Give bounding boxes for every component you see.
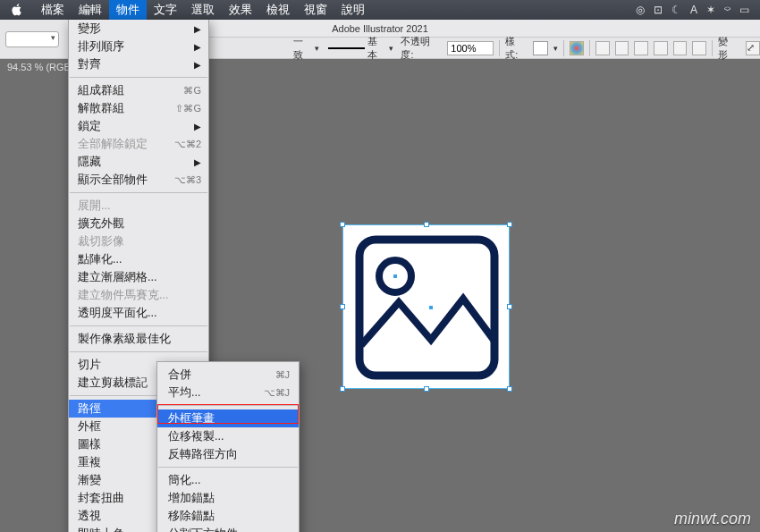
line-icon: ◎	[636, 4, 645, 16]
align-right-button[interactable]	[634, 41, 648, 55]
menuitem-解散群組[interactable]: 解散群組⇧⌘G	[69, 99, 208, 117]
menuitem-全部解除鎖定: 全部解除鎖定⌥⌘2	[69, 135, 208, 153]
menu-說明[interactable]: 說明	[334, 0, 372, 20]
align-center-button[interactable]	[615, 41, 629, 55]
wifi-icon: ⌔	[724, 4, 730, 16]
menuitem-裁切影像: 裁切影像	[69, 232, 208, 250]
submenuitem-合併[interactable]: 合併⌘J	[157, 366, 299, 384]
opacity-label: 不透明度:	[401, 35, 442, 62]
menuitem-組成群組[interactable]: 組成群組⌘G	[69, 81, 208, 99]
recolor-button[interactable]	[570, 41, 584, 55]
svg-rect-3	[429, 306, 433, 309]
bluetooth-icon: ✶	[706, 4, 715, 16]
system-status-icons: ◎⊡☾A✶⌔▭	[636, 4, 749, 16]
menuitem-顯示全部物件[interactable]: 顯示全部物件⌥⌘3	[69, 171, 208, 189]
menuitem-建立物件馬賽克...: 建立物件馬賽克...	[69, 286, 208, 304]
artboard[interactable]	[342, 224, 510, 389]
menuitem-隱藏[interactable]: 隱藏▶	[69, 153, 208, 171]
battery-icon: ▭	[739, 4, 749, 16]
align-top-button[interactable]	[654, 41, 668, 55]
watermark: minwt.com	[674, 510, 751, 528]
menu-檔案[interactable]: 檔案	[34, 0, 72, 20]
control-bar-left	[0, 20, 79, 59]
app-title: Adobe Illustrator 2021	[332, 23, 428, 34]
submenuitem-外框筆畫[interactable]: 外框筆畫	[157, 410, 299, 427]
submenuitem-位移複製...[interactable]: 位移複製...	[157, 427, 299, 445]
align-bottom-button[interactable]	[692, 41, 706, 55]
system-menubar: 檔案編輯物件文字選取效果檢視視窗說明 ◎⊡☾A✶⌔▭	[0, 0, 760, 20]
menuitem-製作像素級最佳化[interactable]: 製作像素級最佳化	[69, 330, 208, 348]
menuitem-鎖定[interactable]: 鎖定▶	[69, 117, 208, 135]
apple-logo-icon	[11, 4, 23, 16]
menuitem-變形[interactable]: 變形▶	[69, 20, 208, 38]
input-icon: A	[690, 4, 697, 16]
menu-檢視[interactable]: 檢視	[259, 0, 297, 20]
menu-選取[interactable]: 選取	[184, 0, 222, 20]
style-label: 樣式:	[505, 35, 527, 62]
screen-icon: ⊡	[654, 4, 663, 16]
align-middle-button[interactable]	[673, 41, 688, 55]
menu-物件[interactable]: 物件	[109, 0, 147, 20]
menuitem-建立漸層網格...[interactable]: 建立漸層網格...	[69, 268, 208, 286]
submenuitem-移除錨點[interactable]: 移除錨點	[157, 507, 299, 525]
selection-dropdown[interactable]	[5, 31, 59, 47]
path-submenu: 合併⌘J平均...⌥⌘J外框筆畫位移複製...反轉路徑方向簡化...增加錨點移除…	[156, 361, 300, 532]
stroke-style-label: 基本	[367, 35, 386, 62]
svg-rect-2	[393, 274, 397, 278]
menuitem-排列順序[interactable]: 排列順序▶	[69, 38, 208, 55]
menuitem-對齊[interactable]: 對齊▶	[69, 55, 208, 73]
align-left-button[interactable]	[595, 41, 610, 55]
transform-label: 變形	[718, 35, 737, 62]
uniform-label: 一致	[293, 35, 312, 62]
menuitem-透明度平面化...[interactable]: 透明度平面化...	[69, 304, 208, 322]
app-menu-items[interactable]: 檔案編輯物件文字選取效果檢視視窗說明	[34, 0, 372, 20]
menuitem-點陣化...[interactable]: 點陣化...	[69, 250, 208, 268]
submenuitem-分割下方物件[interactable]: 分割下方物件	[157, 525, 299, 532]
stroke-line-icon	[328, 47, 365, 49]
submenuitem-平均...[interactable]: 平均...⌥⌘J	[157, 384, 299, 401]
menu-視窗[interactable]: 視窗	[297, 0, 334, 20]
submenuitem-增加錨點[interactable]: 增加錨點	[157, 489, 299, 507]
opacity-input[interactable]	[447, 41, 494, 55]
menu-編輯[interactable]: 編輯	[72, 0, 109, 20]
moon-icon: ☾	[671, 4, 681, 16]
submenuitem-反轉路徑方向[interactable]: 反轉路徑方向	[157, 445, 299, 463]
menu-文字[interactable]: 文字	[147, 0, 184, 20]
transform-button[interactable]: ⤢	[746, 41, 760, 55]
menuitem-展開...: 展開...	[69, 197, 208, 215]
menuitem-擴充外觀[interactable]: 擴充外觀	[69, 215, 208, 232]
submenuitem-簡化...[interactable]: 簡化...	[157, 471, 299, 489]
menu-效果[interactable]: 效果	[222, 0, 259, 20]
graphic-style-swatch[interactable]	[533, 41, 549, 55]
